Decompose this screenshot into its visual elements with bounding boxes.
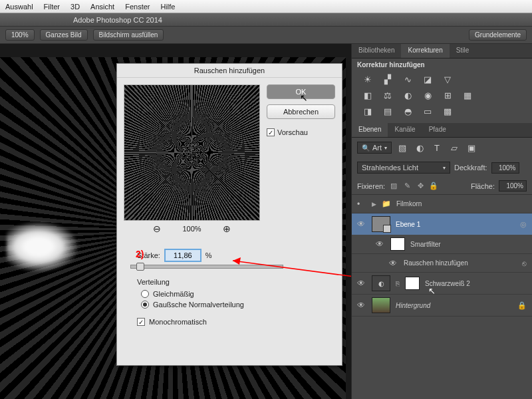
visibility-icon[interactable]: 👁 [389,259,398,268]
tab-libraries[interactable]: Bibliotheken [352,44,401,58]
amount-unit: % [205,251,212,259]
photo-filter-icon[interactable]: ◉ [421,90,434,100]
levels-icon[interactable]: ▞ [381,74,394,84]
fit-screen-button[interactable]: Ganzes Bild [40,29,88,41]
preview-zoom-value: 100% [182,225,201,233]
opacity-value[interactable]: 100% [491,162,519,174]
radio-uniform[interactable] [141,290,149,298]
tab-channels[interactable]: Kanäle [388,123,422,137]
visibility-icon[interactable]: 👁 [357,301,366,310]
layer-name: Ebene 1 [396,221,420,228]
monochrome-label: Monochromatisch [149,318,207,326]
tab-paths[interactable]: Pfade [422,123,453,137]
tab-styles[interactable]: Stile [450,44,475,58]
radio-uniform-label: Gleichmäßig [153,290,194,298]
menu-3d[interactable]: 3D [70,3,80,11]
vibrance-icon[interactable]: ▽ [441,74,454,84]
lock-transparent-icon[interactable]: ▨ [389,182,398,191]
menu-auswahl[interactable]: Auswahl [5,3,33,11]
bw-icon[interactable]: ◐ [401,90,414,100]
layer-filter-noise[interactable]: 👁 Rauschen hinzufügen ⎋ [352,254,532,273]
lock-all-icon[interactable]: 🔒 [429,182,438,191]
cursor-icon: ↖ [300,92,308,103]
zoom-level-button[interactable]: 100% [5,29,35,41]
amount-input[interactable] [164,249,201,262]
exposure-icon[interactable]: ◪ [421,74,434,84]
lock-position-icon[interactable]: ✥ [416,182,425,191]
gradient-map-icon[interactable]: ▭ [421,106,434,116]
layer-schwarzweiss[interactable]: 👁 ◐ ⎘ Schwarzweiß 2 [352,273,532,295]
cancel-button[interactable]: Abbrechen [267,104,335,119]
opacity-label: Deckkraft: [454,164,487,172]
layer-hintergrund[interactable]: 👁 Hintergrund 🔒 [352,295,532,317]
preview-checkbox-label: Vorschau [277,128,308,136]
mask-thumb [390,237,405,251]
smart-filter-badge-icon: ◎ [520,220,527,229]
disclosure-triangle[interactable]: ▶ [372,201,376,207]
hue-icon[interactable]: ◧ [361,90,374,100]
lut-icon[interactable]: ▦ [461,90,474,100]
mask-thumb [405,277,420,290]
blend-mode-select[interactable]: Strahlendes Licht▾ [357,162,450,174]
menu-filter[interactable]: Filter [44,3,60,11]
tab-adjustments[interactable]: Korrekturen [401,44,449,58]
layer-smartfilter[interactable]: 👁 Smartfilter [352,235,532,254]
balance-icon[interactable]: ⚖ [381,90,394,100]
lock-pixels-icon[interactable]: ✎ [402,182,412,191]
posterize-icon[interactable]: ▤ [381,106,394,116]
filter-shape-icon[interactable]: ▱ [448,142,461,153]
radio-gaussian[interactable] [141,301,149,309]
filter-type-icon[interactable]: T [430,142,444,153]
lock-label: Fixieren: [357,182,385,190]
visibility-dot[interactable]: • [357,200,366,209]
layer-name: Hintergrund [396,302,430,309]
monochrome-checkbox[interactable]: ✓ [137,318,145,326]
filter-adjust-icon[interactable]: ◐ [413,142,426,153]
channel-mixer-icon[interactable]: ⊞ [441,90,454,100]
fill-label: Fläche: [471,182,495,190]
workspace-button[interactable]: Grundelemente [469,29,527,41]
layer-name: Smartfilter [410,241,441,248]
lock-icon: 🔒 [517,301,527,310]
layer-ebene1[interactable]: 👁 Ebene 1 ◎ [352,213,532,235]
threshold-icon[interactable]: ◓ [401,106,414,116]
layer-thumb [372,297,390,313]
curves-icon[interactable]: ∿ [401,74,414,84]
layer-filter-kind[interactable]: 🔍 Art ▾ [357,142,392,154]
adjustment-icons-row3: ◨ ▤ ◓ ▭ ▩ [352,103,532,119]
filter-smart-icon[interactable]: ▣ [465,142,478,153]
brightness-icon[interactable]: ☀ [361,74,374,84]
preview-checkbox[interactable]: ✓ [267,128,275,136]
visibility-icon[interactable]: 👁 [357,219,366,229]
system-menubar: Auswahl Filter 3D Ansicht Fenster Hilfe [0,0,532,13]
pointer-cursor-icon: ↖ [428,286,436,296]
filter-pixel-icon[interactable]: ▧ [396,142,409,153]
adjustment-icons-row1: ☀ ▞ ∿ ◪ ▽ [352,71,532,87]
zoom-out-icon[interactable]: ⊖ [152,223,162,234]
layer-name: Rauschen hinzufügen [404,259,468,267]
slider-thumb[interactable] [136,263,144,271]
right-panels: Bibliotheken Korrekturen Stile Korrektur… [351,44,532,399]
tab-layers[interactable]: Ebenen [352,123,388,137]
filter-settings-icon[interactable]: ⎋ [522,259,527,267]
flower-shape [7,217,86,277]
menu-ansicht[interactable]: Ansicht [90,3,114,11]
menu-hilfe[interactable]: Hilfe [160,3,175,11]
dialog-preview[interactable] [124,84,260,221]
selective-color-icon[interactable]: ▩ [441,106,454,116]
menu-fenster[interactable]: Fenster [125,3,150,11]
invert-icon[interactable]: ◨ [361,106,374,116]
layers-tabs: Ebenen Kanäle Pfade [352,123,532,138]
zoom-in-icon[interactable]: ⊕ [221,223,232,234]
adjustment-thumb: ◐ [372,275,390,291]
link-icon: ⎘ [396,280,400,287]
visibility-icon[interactable]: 👁 [376,239,385,249]
visibility-icon[interactable]: 👁 [357,279,366,288]
amount-slider[interactable] [130,265,283,269]
layer-group-filmkorn[interactable]: • ▶ 📁 Filmkorn [352,195,532,213]
layer-thumb [372,216,390,232]
fill-value[interactable]: 100% [499,180,527,192]
distribution-label: Verteilung [137,278,342,286]
fill-screen-button[interactable]: Bildschirm ausfüllen [93,29,164,41]
options-bar: 100% Ganzes Bild Bildschirm ausfüllen Gr… [0,27,532,44]
